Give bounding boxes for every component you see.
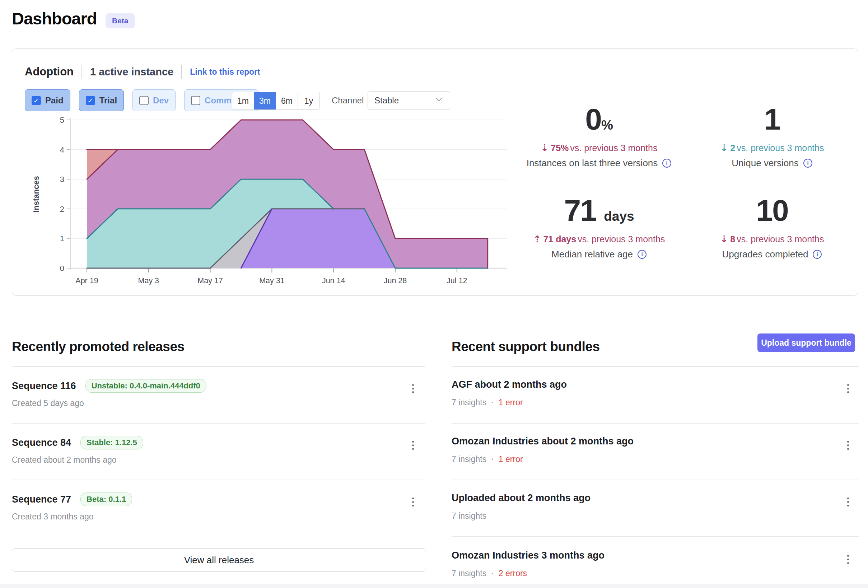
bundle-insights: 7 insights <box>452 455 486 464</box>
adoption-card: Adoption 1 active instance Link to this … <box>12 49 858 296</box>
kebab-menu-icon[interactable] <box>410 495 416 509</box>
adoption-area-chart: 012345Apr 19May 3May 17May 31Jun 14Jun 2… <box>15 104 517 288</box>
svg-text:4: 4 <box>60 145 64 154</box>
view-all-releases-button[interactable]: View all releases <box>12 548 426 572</box>
bundle-title[interactable]: Omozan Industries about 2 months ago <box>452 436 633 447</box>
svg-text:2: 2 <box>60 205 64 214</box>
stat-instances-last-three-versions: 0% ⇣75%vs. previous 3 months Instances o… <box>513 103 685 169</box>
svg-text:Instances: Instances <box>32 176 41 213</box>
release-created-text: Created 3 months ago <box>12 512 94 522</box>
svg-text:Jul 12: Jul 12 <box>447 276 467 285</box>
kebab-menu-icon[interactable] <box>410 382 416 395</box>
next-section-edge <box>0 584 868 588</box>
bundle-meta: 7 insights <box>452 511 496 521</box>
divider <box>452 536 859 537</box>
stat-value: 1 <box>686 103 858 142</box>
dot-separator: · <box>491 455 494 464</box>
divider <box>12 366 425 367</box>
divider <box>181 65 182 79</box>
svg-text:1: 1 <box>60 234 64 243</box>
active-instance-count: 1 active instance <box>90 66 173 78</box>
adoption-title: Adoption <box>25 65 74 78</box>
divider <box>12 423 425 424</box>
bundle-insights: 7 insights <box>452 569 486 578</box>
bundle-error-count: 1 error <box>499 455 523 464</box>
stat-value: 71 days <box>513 194 685 233</box>
svg-text:i: i <box>666 160 668 166</box>
divider <box>452 366 859 367</box>
svg-text:i: i <box>641 251 642 257</box>
release-name: Sequence 84 <box>12 437 71 448</box>
down-dashed-arrow-icon: ⇣ <box>540 142 549 153</box>
release-created-text: Created 5 days ago <box>12 399 84 408</box>
link-to-report-link[interactable]: Link to this report <box>190 67 260 77</box>
svg-text:Jun 14: Jun 14 <box>322 276 345 285</box>
stat-delta: ⇣2vs. previous 3 months <box>686 142 858 153</box>
stat-label: Unique versions i <box>686 158 858 169</box>
bundle-title[interactable]: Uploaded about 2 months ago <box>452 492 590 504</box>
svg-text:Apr 19: Apr 19 <box>75 276 98 285</box>
stat-label: Median relative age i <box>513 249 685 260</box>
beta-badge: Beta <box>106 13 135 28</box>
stat-median-relative-age: 71 days ⇡71 daysvs. previous 3 months Me… <box>513 194 685 260</box>
release-row[interactable]: Sequence 116 Unstable: 0.4.0-main.444ddf… <box>12 379 207 393</box>
release-created-text: Created about 2 months ago <box>12 455 117 465</box>
divider <box>452 480 859 480</box>
release-version-badge: Stable: 1.12.5 <box>80 436 143 449</box>
dot-separator: · <box>491 569 494 578</box>
svg-text:5: 5 <box>60 115 64 124</box>
stat-label: Instances on last three versions i <box>513 158 685 169</box>
release-version-badge: Beta: 0.1.1 <box>80 492 132 506</box>
release-name: Sequence 77 <box>12 494 71 505</box>
info-icon[interactable]: i <box>662 158 672 168</box>
svg-text:May 3: May 3 <box>138 276 159 285</box>
upload-support-bundle-button[interactable]: Upload support bundle <box>757 334 855 352</box>
divider <box>81 65 82 79</box>
bundle-meta: 7 insights · 1 error <box>452 455 523 464</box>
kebab-menu-icon[interactable] <box>845 495 851 509</box>
release-name: Sequence 116 <box>12 381 76 392</box>
release-row[interactable]: Sequence 84 Stable: 1.12.5 <box>12 436 143 449</box>
info-icon[interactable]: i <box>803 158 813 168</box>
release-version-badge: Unstable: 0.4.0-main.444ddf0 <box>86 379 207 393</box>
adoption-title-row: Adoption 1 active instance Link to this … <box>25 65 260 79</box>
info-icon[interactable]: i <box>812 250 822 259</box>
kebab-menu-icon[interactable] <box>845 382 851 395</box>
bundle-title[interactable]: AGF about 2 months ago <box>452 379 567 390</box>
stat-delta: ⇣8vs. previous 3 months <box>686 234 858 244</box>
bundle-title[interactable]: Omozan Industries 3 months ago <box>452 550 605 561</box>
bundle-meta: 7 insights · 2 errors <box>452 569 527 578</box>
bundle-insights: 7 insights <box>452 511 486 521</box>
svg-text:May 17: May 17 <box>198 276 223 285</box>
svg-text:Jun 28: Jun 28 <box>384 276 407 285</box>
bundle-error-count: 2 errors <box>499 569 527 578</box>
stat-upgrades-completed: 10 ⇣8vs. previous 3 months Upgrades comp… <box>686 194 858 260</box>
release-row[interactable]: Sequence 77 Beta: 0.1.1 <box>12 492 132 506</box>
divider <box>12 480 425 480</box>
info-icon[interactable]: i <box>637 250 647 259</box>
stat-value: 10 <box>686 194 858 233</box>
svg-text:i: i <box>817 251 818 257</box>
stat-label: Upgrades completed i <box>686 249 858 260</box>
stat-delta: ⇣75%vs. previous 3 months <box>513 142 685 153</box>
stat-unique-versions: 1 ⇣2vs. previous 3 months Unique version… <box>686 103 858 169</box>
kebab-menu-icon[interactable] <box>845 439 851 452</box>
bundle-insights: 7 insights <box>452 398 486 408</box>
svg-text:i: i <box>807 160 808 166</box>
svg-text:3: 3 <box>60 175 64 184</box>
up-dashed-arrow-icon: ⇡ <box>533 234 541 244</box>
svg-text:May 31: May 31 <box>259 276 285 285</box>
releases-section-title: Recently promoted releases <box>12 339 185 354</box>
down-dashed-arrow-icon: ⇣ <box>720 234 728 244</box>
bundle-meta: 7 insights · 1 error <box>452 398 523 408</box>
divider <box>452 423 859 424</box>
kebab-menu-icon[interactable] <box>845 553 851 566</box>
page-title: Dashboard <box>12 9 97 28</box>
stat-value: 0% <box>513 103 685 142</box>
svg-text:0: 0 <box>60 264 64 273</box>
down-dashed-arrow-icon: ⇣ <box>720 142 728 153</box>
bundles-section-title: Recent support bundles <box>452 339 599 354</box>
kebab-menu-icon[interactable] <box>410 439 416 452</box>
dashboard-page: Dashboard Beta Adoption 1 active instanc… <box>0 0 868 588</box>
stat-delta: ⇡71 daysvs. previous 3 months <box>513 234 685 244</box>
